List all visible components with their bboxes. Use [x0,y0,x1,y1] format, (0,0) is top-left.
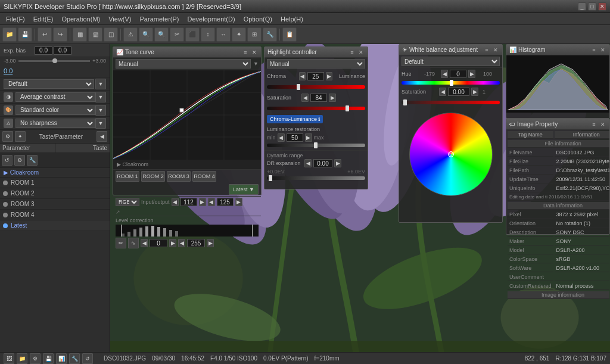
toolbar-btn-12[interactable]: ↔ [216,27,231,42]
hue-slider-track[interactable] [402,81,500,85]
histogram-close[interactable]: ✕ [599,46,606,54]
sat-next[interactable]: ▶ [329,94,336,102]
image-viewport[interactable]: 📈 Tone curve ≡ ✕ Manual ▼ [110,44,610,352]
hue-prev[interactable]: ◀ [441,70,448,78]
cloakroom-latest[interactable]: Latest [0,220,110,231]
toolbar-btn-4[interactable]: ▧ [88,27,102,42]
io-next2[interactable]: ▶ [235,198,242,206]
menu-file[interactable]: File(F) [2,14,29,24]
toolbar-btn-1[interactable]: 📁 [2,27,17,42]
wb-close[interactable]: ✕ [492,46,499,54]
toolbar-btn-6[interactable]: ⚠ [123,27,138,42]
level-next2[interactable]: ▶ [207,239,214,247]
toolbar-btn-7[interactable]: 🔍 [139,27,153,42]
menu-parameter[interactable]: Parameter(P) [136,14,183,24]
sat-input[interactable] [310,94,327,102]
lum-next[interactable]: ▶ [305,133,312,142]
dr-val[interactable] [313,159,332,167]
hue-input[interactable] [450,70,466,78]
toolbar-btn-10[interactable]: ⬛ [185,27,200,42]
tone-curve-menu[interactable]: ≡ [242,49,249,56]
cloakroom-room3[interactable]: ROOM 3 [0,199,110,210]
tone-curve-mode-select[interactable]: Manual [116,59,251,69]
toolbar-btn-9[interactable]: ✂ [170,27,184,42]
latest-btn[interactable]: Latest ▼ [229,184,259,195]
highlight-menu[interactable]: ≡ [348,49,356,56]
wb-sat-next[interactable]: ▶ [471,88,478,96]
cloakroom-room2[interactable]: ROOM 2 [0,188,110,199]
exp-bias-input1[interactable] [35,46,52,55]
color-select[interactable]: Standard color [15,105,95,115]
color-wheel[interactable] [409,113,493,196]
hue-next[interactable]: ▶ [468,70,475,78]
taste-icon1[interactable]: ⚙ [2,131,13,142]
toolbar-btn-13[interactable]: ✦ [232,27,246,42]
toolbar-btn-8[interactable]: 🔍 [154,27,169,42]
tone-curve-close[interactable]: ✕ [251,49,258,56]
menu-option[interactable]: Option(Q) [240,14,276,24]
status-icon-6[interactable]: 🔧 [69,353,80,364]
toolbar-btn-2[interactable]: 💾 [18,27,32,42]
level-prev1[interactable]: ◀ [141,239,148,247]
dr-slider-thumb[interactable] [269,175,272,181]
taste-icon3[interactable]: ◀ [97,131,107,142]
wb-sat-thumb[interactable] [403,99,407,105]
sharpness-select[interactable]: No sharpness [15,119,95,128]
tone-curve-canvas[interactable] [113,70,261,160]
default-icon[interactable]: ▼ [95,79,106,89]
pencil-icon[interactable]: ✏ [116,238,126,248]
wb-menu[interactable]: ≡ [483,46,490,54]
maximize-button[interactable]: □ [588,2,596,11]
toolbar-btn-15[interactable]: 🔧 [263,27,277,42]
chroma-next[interactable]: ▶ [326,72,332,80]
wb-preset-select[interactable]: Default [402,57,500,66]
exp-slider-thumb[interactable] [52,58,57,63]
minimize-button[interactable]: _ [578,2,586,11]
highlight-mode-select[interactable]: Manual [267,59,365,69]
level-next1[interactable]: ▶ [169,239,176,247]
cloakroom-room4[interactable]: ROOM 4 [0,210,110,220]
reset-icon[interactable]: ↺ [2,155,13,166]
cloakroom-room1[interactable]: ROOM 1 [0,178,110,188]
wb-sat-input[interactable] [448,88,469,96]
taste-icon2[interactable]: ✦ [15,131,26,142]
menu-operation[interactable]: Operation(M) [58,14,104,24]
dr-prev[interactable]: ◀ [304,159,312,167]
level-max[interactable]: 255 [187,239,205,247]
lum-prev[interactable]: ◀ [278,133,285,142]
io-prev[interactable]: ◀ [172,198,179,206]
toolbar-btn-11[interactable]: ↕ [201,27,215,42]
lum-slider[interactable] [267,144,365,147]
room-btn-1[interactable]: ROOM 1 [116,171,139,182]
exp-bias-input2[interactable] [54,46,71,55]
chroma-input[interactable] [307,72,324,80]
close-button[interactable]: ✕ [598,2,606,11]
menu-view[interactable]: View(V) [105,14,135,24]
value-link[interactable]: 0.0 [4,67,13,74]
status-icon-5[interactable]: 📊 [56,353,67,364]
status-icon-7[interactable]: ↺ [82,353,93,364]
status-icon-4[interactable]: 💾 [43,353,54,364]
status-icon-3[interactable]: ⚙ [30,353,41,364]
settings-icon[interactable]: 🔧 [27,155,38,166]
io-prev2[interactable]: ◀ [208,198,215,206]
contrast-arrow[interactable]: ▼ [95,92,106,102]
histogram-menu[interactable]: ≡ [590,46,597,54]
default-select[interactable]: Default [4,79,94,89]
toolbar-btn-3[interactable]: ▦ [73,27,87,42]
level-min[interactable]: 0 [150,239,167,247]
io-output[interactable] [217,198,234,206]
cloakroom-icon[interactable]: ⚙ [14,155,25,166]
sat-slider-thumb[interactable] [346,105,349,111]
sat-slider-track[interactable] [267,107,365,110]
dr-slider[interactable] [267,176,365,180]
wb-sat-prev[interactable]: ◀ [439,88,446,96]
chroma-slider-thumb[interactable] [297,84,300,90]
status-icon-2[interactable]: 📁 [17,353,27,364]
property-close[interactable]: ✕ [599,121,606,128]
room-btn-2[interactable]: ROOM 2 [141,171,165,182]
curve-icon[interactable]: ∿ [128,238,139,248]
room-btn-3[interactable]: ROOM 3 [167,171,191,182]
toolbar-btn-16[interactable]: 📋 [282,27,297,42]
wb-crosshair[interactable] [448,151,454,157]
